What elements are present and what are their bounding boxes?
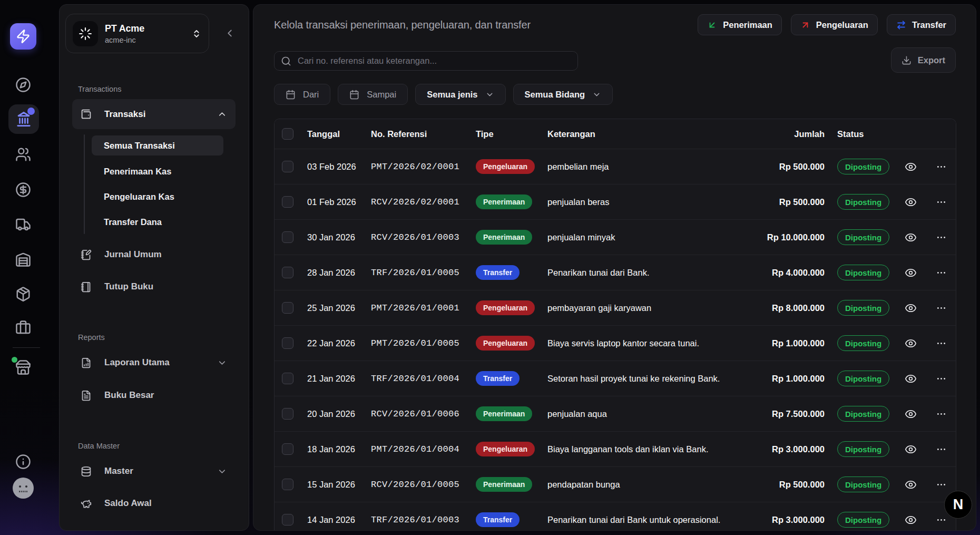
- bidang-select[interactable]: Semua Bidang: [513, 84, 613, 105]
- bidang-select-value: Semua Bidang: [525, 90, 585, 100]
- view-row-button[interactable]: [895, 267, 926, 279]
- cell-jumlah: Rp 1.000.000: [758, 374, 826, 384]
- view-row-button[interactable]: [895, 231, 926, 244]
- row-menu-button[interactable]: [926, 232, 956, 243]
- chevron-up-icon: [217, 109, 227, 119]
- view-row-button[interactable]: [895, 337, 926, 349]
- sidebar: PT Acme acme-inc Transactions Transaksi …: [59, 4, 249, 531]
- sidebar-item-transaksi[interactable]: Transaksi: [72, 99, 236, 129]
- export-button[interactable]: Export: [891, 47, 956, 73]
- sidebar-collapse-button[interactable]: [223, 27, 236, 40]
- app-logo[interactable]: [10, 23, 36, 50]
- ellipsis-icon: [936, 514, 947, 526]
- ellipsis-icon: [936, 303, 947, 314]
- sidebar-item-tutup-buku[interactable]: Tutup Buku: [72, 275, 236, 298]
- row-checkbox[interactable]: [282, 443, 293, 455]
- dev-badge-label: N: [953, 497, 964, 513]
- rail-item-store[interactable]: [15, 359, 31, 375]
- sidebar-subitem-pengeluaran-kas[interactable]: Pengeluaran Kas: [92, 187, 223, 207]
- org-switcher[interactable]: PT Acme acme-inc: [65, 14, 209, 53]
- table-row: 22 Jan 2026 PMT/2026/01/0005 Pengeluaran…: [275, 326, 956, 361]
- row-checkbox[interactable]: [282, 514, 293, 526]
- rail-item-transactions[interactable]: [8, 104, 39, 134]
- row-menu-button[interactable]: [926, 267, 956, 278]
- table-header-row: Tanggal No. Referensi Tipe Keterangan Ju…: [275, 119, 956, 149]
- status-badge: Diposting: [837, 159, 889, 174]
- row-menu-button[interactable]: [926, 338, 956, 349]
- ellipsis-icon: [936, 338, 947, 349]
- sidebar-item-buku-besar[interactable]: Buku Besar: [72, 384, 236, 407]
- view-row-button[interactable]: [895, 514, 926, 526]
- date-from-button[interactable]: Dari: [274, 84, 330, 105]
- search-input[interactable]: Cari no. referensi atau keterangan...: [274, 51, 578, 71]
- row-checkbox[interactable]: [282, 267, 293, 278]
- row-menu-button[interactable]: [926, 303, 956, 314]
- row-menu-button[interactable]: [926, 197, 956, 208]
- tipe-badge: Transfer: [476, 512, 520, 527]
- cell-keterangan: Biaya langganan tools dan iklan via Bank…: [547, 444, 758, 454]
- package-icon: [15, 286, 31, 302]
- sidebar-item-laporan-utama[interactable]: Laporan Utama: [72, 351, 236, 374]
- view-row-button[interactable]: [895, 479, 926, 491]
- row-menu-button[interactable]: [926, 161, 956, 172]
- view-row-button[interactable]: [895, 161, 926, 173]
- status-badge: Diposting: [837, 194, 889, 210]
- cell-jumlah: Rp 500.000: [758, 197, 826, 207]
- view-row-button[interactable]: [895, 196, 926, 208]
- rail-item-warehouse[interactable]: [15, 251, 31, 267]
- row-menu-button[interactable]: [926, 373, 956, 384]
- view-row-button[interactable]: [895, 302, 926, 314]
- row-checkbox[interactable]: [282, 479, 293, 490]
- rail-item-shipping[interactable]: [15, 217, 31, 232]
- sidebar-item-jurnal-umum[interactable]: Jurnal Umum: [72, 243, 236, 266]
- row-checkbox[interactable]: [282, 231, 293, 243]
- sidebar-item-master[interactable]: Master: [72, 460, 236, 483]
- date-from-label: Dari: [303, 90, 319, 100]
- transfer-button[interactable]: Transfer: [887, 14, 956, 35]
- row-checkbox[interactable]: [282, 337, 293, 349]
- org-name: PT Acme: [105, 23, 192, 34]
- chevron-left-icon: [224, 27, 236, 39]
- view-row-button[interactable]: [895, 443, 926, 455]
- pengeluaran-button[interactable]: Pengeluaran: [791, 14, 878, 35]
- tipe-badge: Transfer: [476, 371, 520, 386]
- row-menu-button[interactable]: [926, 479, 956, 490]
- sidebar-subitem-semua-transaksi[interactable]: Semua Transaksi: [92, 135, 223, 155]
- circle-dollar-icon: [15, 182, 31, 198]
- sidebar-subitem-transfer-dana[interactable]: Transfer Dana: [92, 212, 223, 232]
- view-row-button[interactable]: [895, 373, 926, 385]
- row-menu-button[interactable]: [926, 444, 956, 455]
- date-to-button[interactable]: Sampai: [338, 84, 408, 105]
- chevron-down-icon: [485, 90, 494, 99]
- view-row-button[interactable]: [895, 408, 926, 420]
- rail-item-compass[interactable]: [15, 77, 31, 93]
- status-badge: Diposting: [837, 371, 889, 386]
- eye-icon: [905, 161, 917, 173]
- sidebar-subitem-penerimaan-kas[interactable]: Penerimaan Kas: [92, 161, 223, 181]
- rail-item-info[interactable]: [15, 454, 31, 470]
- row-checkbox[interactable]: [282, 302, 293, 314]
- rail-item-jobs[interactable]: [15, 320, 31, 336]
- rail-item-sales[interactable]: [15, 182, 31, 198]
- loader-icon: [79, 27, 92, 41]
- cell-jumlah: Rp 500.000: [758, 480, 826, 490]
- sidebar-item-label: Saldo Awal: [104, 498, 227, 509]
- dev-tools-badge[interactable]: N: [944, 491, 972, 519]
- ellipsis-icon: [936, 161, 947, 172]
- user-avatar[interactable]: [13, 478, 34, 499]
- rail-item-contacts[interactable]: [15, 147, 31, 162]
- sidebar-item-saldo-awal[interactable]: Saldo Awal: [72, 492, 236, 515]
- penerimaan-button[interactable]: Penerimaan: [698, 14, 782, 35]
- briefcase-icon: [15, 320, 31, 336]
- row-menu-button[interactable]: [926, 408, 956, 420]
- row-checkbox[interactable]: [282, 196, 293, 208]
- type-select[interactable]: Semua jenis: [415, 84, 505, 105]
- rail-item-inventory[interactable]: [15, 286, 31, 302]
- row-checkbox[interactable]: [282, 373, 293, 384]
- row-checkbox[interactable]: [282, 408, 293, 420]
- cell-jumlah: Rp 7.500.000: [758, 409, 826, 419]
- cell-jumlah: Rp 10.000.000: [758, 232, 826, 242]
- filter-row: Dari Sampai Semua jenis Semua Bidang: [274, 84, 613, 105]
- select-all-checkbox[interactable]: [282, 128, 293, 140]
- row-checkbox[interactable]: [282, 161, 293, 172]
